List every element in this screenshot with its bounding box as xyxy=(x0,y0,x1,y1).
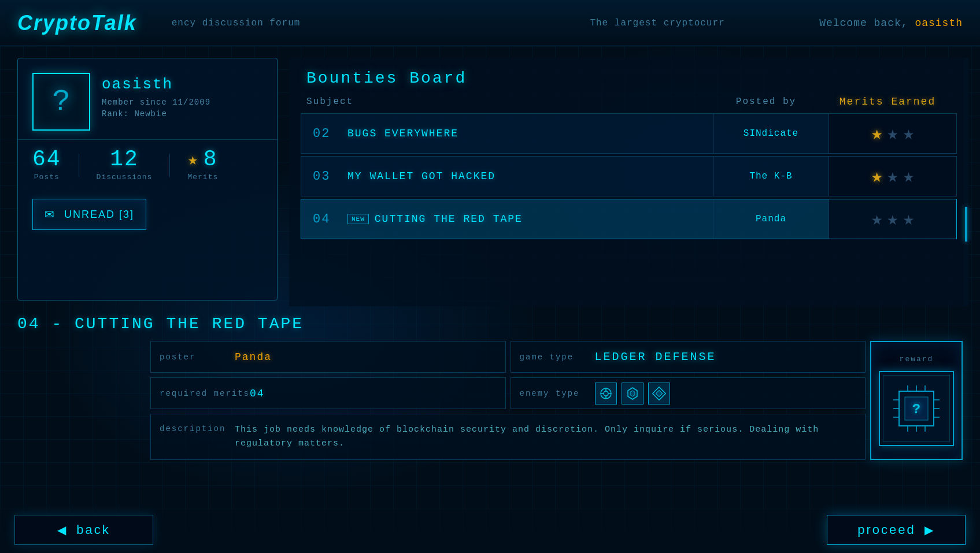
bounty-number-03: 03 xyxy=(313,169,336,184)
star-2: ★ xyxy=(887,122,898,145)
selected-bounty-title: 04 - CUTTING THE RED TAPE xyxy=(17,315,304,333)
bounty-poster-04: Panda xyxy=(713,199,829,239)
star-3: ★ xyxy=(903,122,914,145)
required-merits-label: required merits xyxy=(160,389,250,398)
bounty-row-04[interactable]: 04 NEW CUTTING THE RED TAPE Panda ★ ★ ★ xyxy=(301,199,957,239)
detail-panel: poster Panda game type LEDGER DEFENSE re… xyxy=(150,341,963,456)
bounty-title-04: CUTTING THE RED TAPE xyxy=(375,213,523,225)
posts-stat: 64 Posts xyxy=(32,149,61,181)
header: CryptoTalk ency discussion forum The lar… xyxy=(0,0,980,46)
profile-member-since: Member since 11/2009 xyxy=(102,98,210,107)
reward-circuit-svg: ? xyxy=(890,383,942,435)
description-field: description This job needs knowledge of … xyxy=(150,414,866,460)
col-posted-by-header: Posted by xyxy=(708,97,824,107)
avatar: ? xyxy=(32,73,90,131)
bounty-stars-02: ★ ★ ★ xyxy=(829,114,956,153)
enemy-icon-1 xyxy=(595,383,617,404)
svg-rect-24 xyxy=(656,390,662,396)
proceed-button[interactable]: proceed ▶ xyxy=(827,515,966,545)
bounty-title-03: MY WALLET GOT HACKED xyxy=(347,170,495,182)
bottom-bar: ◀ back proceed ▶ xyxy=(0,507,980,553)
header-tagline: The largest cryptocurr xyxy=(495,18,819,28)
merits-count: 8 xyxy=(204,149,218,170)
star-3: ★ xyxy=(903,207,914,231)
proceed-arrow-icon: ▶ xyxy=(924,523,935,537)
star-2: ★ xyxy=(887,207,898,231)
reward-image: ? xyxy=(879,371,954,446)
profile-username: oasisth xyxy=(102,76,210,93)
reward-box: reward xyxy=(870,341,963,460)
logo: CryptoTalk xyxy=(17,11,137,35)
game-type-value: LEDGER DEFENSE xyxy=(595,350,716,363)
bounties-header: Subject Posted by Merits Earned xyxy=(289,93,968,113)
svg-text:?: ? xyxy=(912,402,920,417)
merits-stat: ★ 8 Merits xyxy=(187,149,218,181)
poster-label: poster xyxy=(160,352,235,362)
merits-label: Merits xyxy=(187,173,218,181)
enemy-icons xyxy=(595,383,670,404)
bounty-row-03[interactable]: 03 MY WALLET GOT HACKED The K-B ★ ★ ★ xyxy=(301,156,957,196)
reward-label-text: reward xyxy=(900,355,934,363)
enemy-type-field: enemy type xyxy=(511,377,866,409)
bounty-title-02: BUGS EVERYWHERE xyxy=(347,128,458,139)
poster-field: poster Panda xyxy=(150,341,506,373)
svg-rect-1 xyxy=(905,397,928,420)
game-type-label: game type xyxy=(520,352,595,362)
avatar-icon: ? xyxy=(52,85,70,119)
back-label: back xyxy=(76,522,110,537)
enemy-icon-2 xyxy=(622,383,644,404)
col-subject-header: Subject xyxy=(306,97,708,107)
bounties-board: Bounties Board Subject Posted by Merits … xyxy=(289,58,968,306)
unread-label: Unread [3] xyxy=(64,209,134,221)
discussions-count: 12 xyxy=(110,149,139,170)
bounty-new-badge: NEW xyxy=(347,214,369,224)
enemy-icon-3 xyxy=(648,383,670,404)
merits-star-icon: ★ xyxy=(188,150,198,169)
description-text: This job needs knowledge of blockchain s… xyxy=(235,423,856,451)
star-2: ★ xyxy=(887,165,898,188)
proceed-label: proceed xyxy=(857,522,916,537)
bounty-number-04: 04 xyxy=(313,212,336,227)
profile-panel: ? oasisth Member since 11/2009 Rank: New… xyxy=(17,58,278,300)
discussions-stat: 12 Discussions xyxy=(97,149,153,181)
svg-point-16 xyxy=(604,391,608,396)
required-merits-value: 04 xyxy=(250,388,265,399)
game-type-field: game type LEDGER DEFENSE xyxy=(511,341,866,373)
bounty-number-02: 02 xyxy=(313,127,336,141)
header-welcome: Welcome back, oasisth xyxy=(819,17,963,29)
discussions-label: Discussions xyxy=(97,173,153,181)
unread-button[interactable]: ✉ Unread [3] xyxy=(32,199,146,230)
bounties-title: Bounties Board xyxy=(289,58,968,93)
svg-marker-22 xyxy=(630,391,635,396)
description-label: description xyxy=(160,423,235,433)
scroll-thumb xyxy=(965,207,967,242)
star-1: ★ xyxy=(871,165,882,188)
bounty-row-02[interactable]: 02 BUGS EVERYWHERE SINdicate ★ ★ ★ xyxy=(301,113,957,154)
star-1: ★ xyxy=(871,207,882,231)
back-button[interactable]: ◀ back xyxy=(14,515,153,545)
header-username: oasisth xyxy=(915,17,963,29)
stats-row: 64 Posts 12 Discussions ★ 8 Merits xyxy=(18,139,277,190)
star-3: ★ xyxy=(903,165,914,188)
back-arrow-icon: ◀ xyxy=(57,523,68,537)
star-1: ★ xyxy=(871,122,882,145)
required-merits-field: required merits 04 xyxy=(150,377,506,409)
posts-count: 64 xyxy=(32,149,61,170)
col-merits-header: Merits Earned xyxy=(824,96,951,107)
header-subtitle: ency discussion forum xyxy=(172,18,495,28)
posts-label: Posts xyxy=(34,173,60,181)
welcome-prefix: Welcome back, xyxy=(819,17,915,29)
poster-value: Panda xyxy=(235,351,272,363)
bounty-poster-02: SINdicate xyxy=(713,114,829,153)
bounty-stars-04: ★ ★ ★ xyxy=(829,199,956,239)
profile-rank: Rank: Newbie xyxy=(102,109,210,118)
bounty-poster-03: The K-B xyxy=(713,157,829,196)
scroll-bar[interactable] xyxy=(964,58,968,306)
svg-rect-0 xyxy=(899,391,934,426)
enemy-type-label: enemy type xyxy=(520,389,595,398)
bounty-stars-03: ★ ★ ★ xyxy=(829,157,956,196)
envelope-icon: ✉ xyxy=(45,207,56,221)
